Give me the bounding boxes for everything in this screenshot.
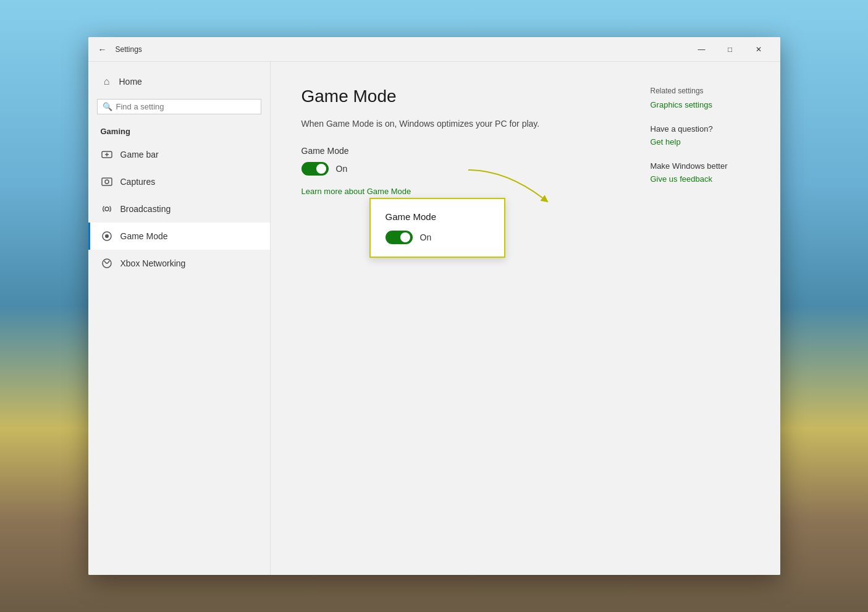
search-input[interactable] (116, 102, 256, 111)
sidebar: ⌂ Home 🔍 Gaming Game bar Ca (88, 62, 271, 575)
maximize-button[interactable]: □ (716, 40, 744, 59)
give-feedback-link[interactable]: Give us feedback (651, 174, 768, 184)
sidebar-item-home[interactable]: ⌂ Home (88, 69, 270, 94)
sidebar-home-label: Home (119, 77, 142, 87)
have-question-title: Have a question? (651, 124, 768, 134)
sidebar-item-captures[interactable]: Captures (88, 168, 270, 195)
game-mode-toggle[interactable] (301, 162, 329, 176)
sidebar-game-mode-label: Game Mode (120, 231, 168, 241)
sidebar-item-xbox-networking[interactable]: Xbox Networking (88, 250, 270, 277)
page-description: When Game Mode is on, Windows optimizes … (301, 119, 607, 129)
make-windows-better-section: Make Windows better Give us feedback (651, 161, 768, 184)
svg-point-7 (105, 234, 109, 238)
captures-icon (101, 176, 113, 188)
title-bar-controls: — □ ✕ (688, 40, 773, 59)
svg-point-4 (105, 180, 109, 184)
graphics-settings-link[interactable]: Graphics settings (651, 100, 768, 109)
sidebar-broadcasting-label: Broadcasting (120, 204, 171, 214)
sidebar-game-bar-label: Game bar (120, 150, 159, 159)
svg-point-5 (105, 207, 109, 211)
svg-rect-3 (102, 178, 112, 185)
have-question-section: Have a question? Get help (651, 124, 768, 147)
tooltip-toggle-row: On (386, 231, 489, 244)
tooltip-toggle-thumb (400, 232, 410, 242)
page-title: Game Mode (301, 87, 607, 106)
sidebar-item-broadcasting[interactable]: Broadcasting (88, 195, 270, 223)
gamebar-icon (101, 148, 113, 161)
main-panel: Game Mode When Game Mode is on, Windows … (271, 62, 638, 575)
game-mode-label: Game Mode (301, 146, 607, 156)
sidebar-xbox-networking-label: Xbox Networking (120, 258, 186, 268)
learn-more-link[interactable]: Learn more about Game Mode (301, 187, 411, 196)
tooltip-toggle[interactable] (386, 231, 413, 244)
sidebar-section-label: Gaming (88, 119, 270, 141)
sidebar-item-game-bar[interactable]: Game bar (88, 141, 270, 168)
back-button[interactable]: ← (96, 42, 109, 57)
get-help-link[interactable]: Get help (651, 137, 768, 147)
settings-window: ← Settings — □ ✕ ⌂ Home 🔍 Gaming (88, 37, 780, 575)
toggle-thumb (316, 164, 326, 174)
close-button[interactable]: ✕ (744, 40, 773, 59)
content-area: ⌂ Home 🔍 Gaming Game bar Ca (88, 62, 780, 575)
related-settings-section: Related settings Graphics settings (651, 87, 768, 109)
search-box: 🔍 (97, 99, 261, 114)
xbox-icon (101, 257, 113, 270)
home-icon: ⌂ (101, 75, 113, 88)
right-panel: Related settings Graphics settings Have … (638, 62, 780, 575)
related-settings-label: Related settings (651, 87, 768, 95)
back-icon: ← (98, 45, 107, 54)
sidebar-captures-label: Captures (120, 177, 156, 187)
gamemode-icon (101, 230, 113, 242)
broadcasting-icon (101, 203, 113, 215)
minimize-button[interactable]: — (688, 40, 716, 59)
sidebar-item-game-mode[interactable]: Game Mode (88, 223, 270, 250)
title-bar-left: ← Settings (96, 42, 142, 57)
toggle-state-label: On (336, 164, 348, 174)
title-bar: ← Settings — □ ✕ (88, 37, 780, 62)
window-title: Settings (116, 45, 142, 54)
make-windows-better-title: Make Windows better (651, 161, 768, 171)
arrow-annotation (468, 164, 592, 216)
search-icon: 🔍 (103, 102, 112, 111)
tooltip-toggle-state: On (420, 232, 432, 242)
